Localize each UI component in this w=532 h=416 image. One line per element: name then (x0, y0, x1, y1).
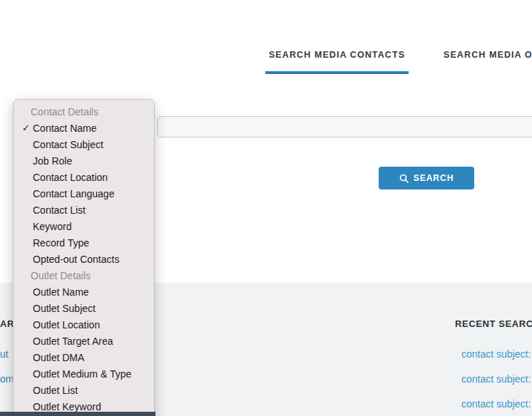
recent-search-link[interactable]: contact subject: (461, 398, 531, 410)
dropdown-item-outlet-name[interactable]: Outlet Name (14, 284, 154, 300)
dropdown-item-outlet-list[interactable]: Outlet List (14, 382, 154, 398)
dropdown-item-label: Outlet DMA (33, 352, 84, 363)
dropdown-item-label: Outlet Keyword (33, 401, 101, 412)
dropdown-item-keyword[interactable]: Keyword (14, 218, 154, 234)
dropdown-item-record-type[interactable]: Record Type (14, 234, 154, 251)
dropdown-item-label: Contact List (33, 204, 86, 216)
dropdown-section-header: Outlet Details (14, 267, 154, 284)
dropdown-item-label: Job Role (33, 155, 72, 167)
dropdown-item-label: Outlet Name (33, 286, 89, 298)
dropdown-item-label: Keyword (33, 221, 71, 232)
recent-searches-heading: RECENT SEARCH (455, 318, 532, 329)
dropdown-item-label: Outlet List (33, 385, 78, 396)
dropdown-item-label: Contact Subject (33, 139, 103, 150)
dropdown-item-label: Record Type (33, 237, 89, 249)
dropdown-item-label: Outlet Medium & Type (33, 368, 131, 380)
recent-search-link[interactable]: contact subject: (461, 348, 531, 360)
dropdown-item-outlet-subject[interactable]: Outlet Subject (14, 300, 154, 316)
dropdown-item-opted-out-contacts[interactable]: Opted-out Contacts (14, 251, 154, 267)
dropdown-item-job-role[interactable]: Job Role (14, 152, 154, 169)
search-input[interactable] (157, 116, 532, 137)
dropdown-item-label: Outlet Target Area (33, 336, 113, 347)
dropdown-item-outlet-location[interactable]: Outlet Location (14, 316, 154, 333)
dropdown-item-contact-list[interactable]: Contact List (14, 202, 154, 218)
active-tab-underline (265, 71, 409, 74)
dropdown-item-label: Contact Name (33, 123, 96, 134)
saved-search-link-fragment[interactable]: ut (0, 348, 9, 360)
dropdown-item-label: Contact Language (33, 188, 114, 199)
dropdown-item-label: Outlet Subject (33, 303, 96, 314)
dropdown-item-label: Opted-out Contacts (33, 254, 119, 265)
checkmark-icon: ✓ (14, 123, 33, 133)
dropdown-item-contact-location[interactable]: Contact Location (14, 169, 154, 185)
dropdown-item-contact-language[interactable]: Contact Language (14, 185, 154, 202)
tab-search-media-contacts[interactable]: SEARCH MEDIA CONTACTS (265, 50, 409, 60)
dropdown-item-outlet-target-area[interactable]: Outlet Target Area (14, 333, 154, 349)
dropdown-item-contact-name[interactable]: ✓Contact Name (14, 120, 154, 136)
screen: SEARCH MEDIA CONTACTS SEARCH MEDIA OUT S… (0, 0, 532, 416)
dropdown-item-outlet-medium-type[interactable]: Outlet Medium & Type (14, 365, 154, 382)
dropdown-item-outlet-dma[interactable]: Outlet DMA (14, 349, 154, 365)
search-button-label: SEARCH (414, 173, 454, 183)
dropdown-item-label: Contact Location (33, 172, 108, 183)
dropdown-item-contact-subject[interactable]: Contact Subject (14, 136, 154, 152)
magnifier-icon (399, 174, 409, 183)
search-button[interactable]: SEARCH (379, 167, 474, 189)
search-field-type-dropdown: Contact Details✓Contact NameContact Subj… (13, 99, 155, 416)
bottom-edge-bar (0, 412, 155, 416)
dropdown-item-label: Outlet Location (33, 319, 100, 331)
tab-search-media-outlets[interactable]: SEARCH MEDIA OUT (444, 50, 532, 60)
recent-search-link[interactable]: contact subject: (461, 373, 531, 385)
dropdown-section-header: Contact Details (14, 103, 154, 120)
